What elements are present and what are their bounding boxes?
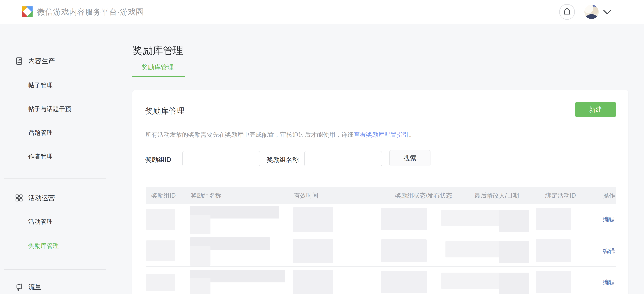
reward-config-guide-link[interactable]: 查看奖励库配置指引 (354, 131, 409, 138)
reward-group-name-label: 奖励组名称 (266, 155, 299, 164)
sidebar-divider (4, 178, 106, 178)
tab-bar-line (132, 77, 544, 77)
active-tab-indicator (132, 76, 185, 77)
redacted-cell (499, 273, 529, 294)
table-row: 编辑 (146, 267, 616, 294)
redacted-cell (146, 274, 176, 291)
column-header-reward-group-id: 奖励组ID (151, 187, 176, 204)
megaphone-icon (15, 283, 24, 292)
redacted-cell (381, 239, 427, 262)
sidebar-section-label: 流量 (28, 283, 42, 292)
redacted-cell (381, 271, 427, 293)
column-header-last-modified: 最后修改人/日期 (474, 187, 519, 204)
sidebar-item-reward-library-management[interactable]: 奖励库管理 (28, 242, 59, 250)
table-header-row: 奖励组ID 奖励组名称 有效时间 奖励组状态/发布状态 最后修改人/日期 绑定活… (146, 187, 616, 204)
sidebar-item-post-topic-intervention[interactable]: 帖子与话题干预 (28, 105, 71, 113)
description-suffix: 。 (409, 131, 415, 138)
redacted-cell (190, 246, 210, 266)
redacted-cell (190, 215, 210, 234)
grid-icon (15, 193, 24, 202)
avatar[interactable] (584, 5, 599, 19)
sidebar-item-post-management[interactable]: 帖子管理 (28, 81, 53, 90)
page-title: 奖励库管理 (132, 44, 184, 58)
app-logo-icon (21, 5, 33, 18)
reward-group-id-input[interactable] (182, 151, 260, 166)
sidebar-section-label: 内容生产 (28, 56, 55, 66)
redacted-cell (536, 271, 571, 293)
tab-reward-library-management[interactable]: 奖励库管理 (141, 63, 174, 72)
sidebar-item-author-management[interactable]: 作者管理 (28, 152, 53, 161)
redacted-cell (293, 207, 334, 232)
notifications-button[interactable] (559, 4, 575, 20)
reward-group-id-label: 奖励组ID (145, 155, 171, 164)
column-header-actions: 操作 (603, 187, 615, 204)
table-row: 编辑 (146, 204, 616, 235)
redacted-cell (293, 270, 334, 294)
reward-library-panel: 奖励库管理 新建 所有活动发放的奖励需要先在奖励库中完成配置，审核通过后才能使用… (132, 90, 628, 294)
sidebar-section-label: 活动运营 (28, 193, 55, 202)
bell-icon (562, 7, 572, 17)
reward-group-name-input[interactable] (304, 151, 382, 166)
column-header-valid-time: 有效时间 (294, 187, 318, 204)
app-title: 微信游戏内容服务平台·游戏圈 (37, 0, 144, 24)
redacted-cell (499, 210, 529, 232)
redacted-cell (536, 208, 571, 230)
chevron-down-icon[interactable] (603, 9, 612, 15)
redacted-cell (146, 209, 176, 230)
redacted-cell (146, 240, 176, 261)
column-header-reward-group-name: 奖励组名称 (191, 187, 221, 204)
sidebar-item-topic-management[interactable]: 话题管理 (28, 129, 53, 137)
sidebar-item-activity-management[interactable]: 活动管理 (28, 218, 53, 226)
redacted-cell (381, 208, 427, 230)
description-text: 所有活动发放的奖励需要先在奖励库中完成配置，审核通过后才能使用，详细 (145, 131, 354, 138)
column-header-status: 奖励组状态/发布状态 (395, 187, 452, 204)
panel-heading: 奖励库管理 (145, 106, 184, 116)
edit-link[interactable]: 编辑 (603, 278, 615, 287)
create-new-button[interactable]: 新建 (575, 102, 616, 117)
redacted-cell (536, 239, 571, 262)
redacted-cell (190, 278, 210, 294)
edit-link[interactable]: 编辑 (603, 247, 615, 255)
sidebar-divider (4, 269, 106, 270)
redacted-cell (293, 239, 334, 263)
reward-table: 奖励组ID 奖励组名称 有效时间 奖励组状态/发布状态 最后修改人/日期 绑定活… (146, 187, 616, 294)
search-button[interactable]: 搜索 (390, 150, 430, 166)
table-row: 编辑 (146, 235, 616, 267)
top-header: 微信游戏内容服务平台·游戏圈 (0, 0, 644, 24)
document-icon (15, 57, 24, 65)
redacted-cell (499, 241, 529, 263)
column-header-bound-activity-id: 绑定活动ID (545, 187, 576, 204)
edit-link[interactable]: 编辑 (603, 215, 615, 224)
panel-description: 所有活动发放的奖励需要先在奖励库中完成配置，审核通过后才能使用，详细查看奖励库配… (145, 131, 415, 139)
